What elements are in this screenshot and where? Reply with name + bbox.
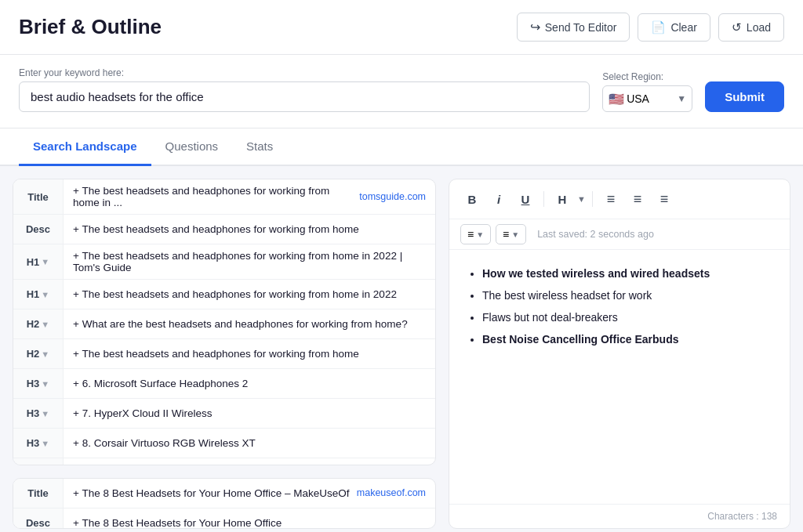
row-tag-h3-3: H3 ▼ — [13, 429, 64, 458]
row-tag-title-2: Title — [13, 479, 64, 508]
list-item: Best Noise Cancelling Office Earbuds — [482, 328, 774, 350]
main-content: Title + The best headsets and headphones… — [0, 166, 803, 532]
tabs-section: Search Landscape Questions Stats — [0, 128, 803, 166]
align-left-button[interactable]: ≡ — [599, 187, 623, 211]
italic-button[interactable]: i — [487, 187, 511, 211]
unordered-list-button[interactable]: ≡ ▼ — [496, 224, 526, 244]
row-content: + The best headsets and headphones for w… — [64, 179, 435, 214]
left-panel: Title + The best headsets and headphones… — [13, 179, 436, 529]
row-content: + The 8 Best Headsets for Your Home Offi… — [64, 512, 435, 529]
row-tag-h3-2: H3 ▼ — [13, 399, 64, 428]
heading-button[interactable]: H — [550, 187, 574, 211]
search-input-wrap: Enter your keyword here: — [19, 67, 590, 112]
chevron-down-icon[interactable]: ▼ — [41, 290, 49, 299]
align-justify-button[interactable]: ≡ — [652, 187, 676, 211]
chevron-down-icon[interactable]: ▼ — [41, 439, 49, 448]
tab-search-landscape[interactable]: Search Landscape — [19, 128, 151, 166]
table-row: H2 ▼ + The best headsets and headphones … — [13, 339, 435, 369]
list-item: How we tested wireless and wired headset… — [482, 262, 774, 284]
table-row: H2 ▼ + How to choose the best headsets a… — [13, 458, 435, 465]
table-row: Title + The best headsets and headphones… — [13, 179, 435, 215]
region-label: Select Region: — [602, 71, 663, 82]
row-content: + The 8 Best Headsets for Your Home Offi… — [64, 482, 435, 505]
search-input[interactable] — [19, 81, 590, 112]
editor-panel: B i U H ▼ ≡ ≡ ≡ ≡ ▼ ≡ ▼ Last saved: 2 se… — [449, 179, 790, 529]
tab-stats[interactable]: Stats — [232, 128, 287, 166]
heading-chevron-icon[interactable]: ▼ — [577, 194, 586, 204]
row-link[interactable]: tomsguide.com — [359, 191, 426, 202]
row-tag-h2-1: H2 ▼ — [13, 309, 64, 338]
toolbar-separator — [543, 191, 544, 207]
editor-body[interactable]: How we tested wireless and wired headset… — [449, 250, 790, 504]
chevron-down-icon[interactable]: ▼ — [41, 409, 49, 418]
search-label: Enter your keyword here: — [19, 67, 590, 78]
align-center-button[interactable]: ≡ — [626, 187, 649, 211]
row-content: + The best headsets and headphones for w… — [64, 244, 435, 279]
row-tag-h2-3: H2 ▼ — [13, 458, 64, 465]
row-content: + 6. Microsoft Surface Headphones 2 — [64, 372, 435, 395]
table-row: H1 ▼ + The best headsets and headphones … — [13, 244, 435, 280]
table-row: H3 ▼ + 6. Microsoft Surface Headphones 2 — [13, 369, 435, 399]
ordered-list-chevron-icon: ▼ — [476, 230, 484, 239]
characters-count: Characters : 138 — [707, 511, 777, 522]
table-row: H3 ▼ + 7. HyperX Cloud II Wireless — [13, 399, 435, 429]
row-tag-desc: Desc — [13, 215, 64, 244]
region-select-wrap: 🇺🇸 USA UK Canada Australia ▼ — [602, 85, 692, 112]
last-saved-label: Last saved: 2 seconds ago — [537, 229, 654, 240]
clear-button[interactable]: 📄 Clear — [638, 13, 710, 42]
editor-toolbar-row2: ≡ ▼ ≡ ▼ Last saved: 2 seconds ago — [449, 219, 790, 250]
chevron-down-icon[interactable]: ▼ — [41, 320, 49, 329]
chevron-down-icon[interactable]: ▼ — [41, 349, 49, 359]
list-item: The best wireless headset for work — [482, 284, 774, 306]
editor-toolbar: B i U H ▼ ≡ ≡ ≡ — [449, 179, 790, 219]
editor-footer: Characters : 138 — [449, 504, 790, 528]
file-icon: 📄 — [651, 20, 666, 34]
table-row: H3 ▼ + 8. Corsair Virtuoso RGB Wireless … — [13, 429, 435, 458]
submit-button[interactable]: Submit — [705, 81, 784, 112]
row-tag-desc-2: Desc — [13, 508, 64, 529]
unordered-list-icon: ≡ — [503, 228, 509, 241]
list-item: Flaws but not deal-breakers — [482, 306, 774, 328]
ordered-list-button[interactable]: ≡ ▼ — [460, 224, 491, 244]
send-to-editor-button[interactable]: ↪ Send To Editor — [517, 13, 630, 42]
row-link-2[interactable]: makeuseof.com — [357, 487, 426, 498]
result-card-2: Title + The 8 Best Headsets for Your Hom… — [13, 478, 436, 529]
row-tag-h1-2: H1 ▼ — [13, 280, 64, 309]
row-content: + The best headsets and headphones for w… — [64, 342, 435, 365]
underline-button[interactable]: U — [514, 187, 537, 211]
row-content: + 7. HyperX Cloud II Wireless — [64, 402, 435, 425]
row-content: + How to choose the best headsets and he… — [64, 458, 435, 465]
chevron-down-icon[interactable]: ▼ — [41, 257, 49, 266]
region-wrap: Select Region: 🇺🇸 USA UK Canada Australi… — [602, 71, 692, 112]
row-content: + The best headsets and headphones for w… — [64, 218, 435, 241]
table-row: H1 ▼ + The best headsets and headphones … — [13, 280, 435, 309]
load-button[interactable]: ↺ Load — [718, 13, 784, 42]
editor-list: How we tested wireless and wired headset… — [465, 262, 774, 350]
row-tag-title: Title — [13, 179, 64, 214]
row-content: + The best headsets and headphones for w… — [64, 283, 435, 306]
chevron-down-icon[interactable]: ▼ — [41, 379, 49, 389]
flag-icon: 🇺🇸 — [609, 92, 624, 107]
header-actions: ↪ Send To Editor 📄 Clear ↺ Load — [517, 13, 784, 42]
tabs: Search Landscape Questions Stats — [19, 128, 784, 165]
row-content: + What are the best headsets and headpho… — [64, 313, 435, 335]
refresh-icon: ↺ — [732, 20, 742, 34]
table-row: Desc + The best headsets and headphones … — [13, 215, 435, 244]
search-bar-section: Enter your keyword here: Select Region: … — [0, 55, 803, 128]
row-tag-h1: H1 ▼ — [13, 244, 64, 279]
send-icon: ↪ — [530, 20, 540, 34]
table-row: Desc + The 8 Best Headsets for Your Home… — [13, 508, 435, 529]
result-card-1: Title + The best headsets and headphones… — [13, 179, 436, 465]
row-content: + 8. Corsair Virtuoso RGB Wireless XT — [64, 432, 435, 454]
row-tag-h2-2: H2 ▼ — [13, 339, 64, 368]
table-row: H2 ▼ + What are the best headsets and he… — [13, 309, 435, 339]
unordered-list-chevron-icon: ▼ — [511, 230, 519, 239]
toolbar-separator-2 — [592, 191, 593, 207]
header: Brief & Outline ↪ Send To Editor 📄 Clear… — [0, 0, 803, 55]
tab-questions[interactable]: Questions — [151, 128, 233, 166]
bold-button[interactable]: B — [460, 187, 484, 211]
table-row: Title + The 8 Best Headsets for Your Hom… — [13, 479, 435, 508]
ordered-list-icon: ≡ — [467, 228, 474, 241]
page-title: Brief & Outline — [19, 15, 162, 39]
row-tag-h3-1: H3 ▼ — [13, 369, 64, 398]
